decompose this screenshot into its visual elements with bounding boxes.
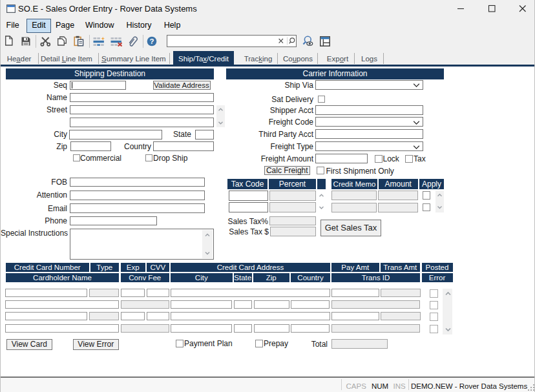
svg-text:?: ?	[149, 37, 154, 45]
